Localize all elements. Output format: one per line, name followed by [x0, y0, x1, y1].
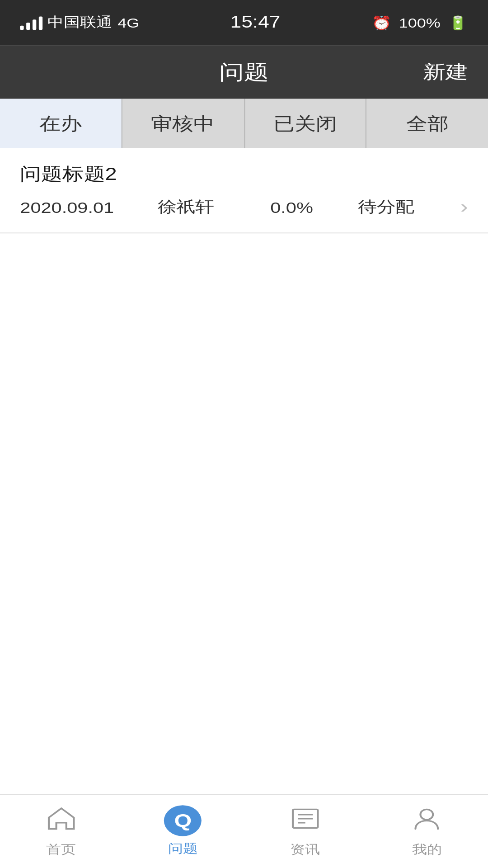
alarm-icon: ⏰ [371, 15, 391, 30]
page-title: 问题 [219, 58, 269, 86]
bottom-nav-mine-label: 我的 [412, 841, 442, 859]
battery-icon: 🔋 [448, 15, 468, 30]
svg-point-4 [421, 809, 433, 820]
status-bar-time: 15:47 [230, 14, 281, 32]
issue-status: 待分配 [358, 198, 460, 217]
battery-label: 100% [399, 15, 441, 30]
issue-assignee: 徐祇轩 [158, 198, 270, 217]
issue-meta: 2020.09.01 徐祇轩 0.0% 待分配 › [20, 197, 468, 218]
tab-reviewing[interactable]: 审核中 [122, 99, 245, 148]
status-bar-right: ⏰ 100% 🔋 [371, 15, 468, 30]
status-bar-left: 中国联通 4G [20, 14, 139, 32]
home-icon [43, 804, 79, 837]
issue-title: 问题标题2 [20, 162, 468, 186]
bottom-nav-mine[interactable]: 我的 [366, 795, 488, 868]
tab-bar: 在办 审核中 已关闭 全部 [0, 99, 488, 148]
signal-icon [20, 15, 42, 30]
tab-in-progress[interactable]: 在办 [0, 99, 122, 148]
tab-closed[interactable]: 已关闭 [244, 99, 367, 148]
chevron-right-icon: › [460, 197, 468, 218]
status-bar: 中国联通 4G 15:47 ⏰ 100% 🔋 [0, 0, 488, 45]
bottom-nav-news-label: 资讯 [290, 841, 320, 859]
bottom-nav-home-label: 首页 [46, 841, 76, 859]
bottom-nav-issues-label: 问题 [168, 840, 198, 858]
bottom-nav-issues[interactable]: Q 问题 [122, 795, 244, 868]
issue-progress: 0.0% [270, 198, 358, 216]
content-area: 问题标题2 2020.09.01 徐祇轩 0.0% 待分配 › [0, 148, 488, 794]
nav-header: 问题 新建 [0, 45, 488, 99]
news-icon [287, 804, 323, 837]
tab-all[interactable]: 全部 [367, 99, 488, 148]
bottom-nav-home[interactable]: 首页 [0, 795, 122, 868]
bottom-nav-news[interactable]: 资讯 [244, 795, 366, 868]
network-label: 4G [117, 15, 139, 30]
issue-item[interactable]: 问题标题2 2020.09.01 徐祇轩 0.0% 待分配 › [0, 148, 488, 234]
issue-date: 2020.09.01 [20, 198, 158, 216]
person-icon [409, 804, 445, 837]
new-button[interactable]: 新建 [423, 60, 468, 85]
bottom-nav: 首页 Q 问题 资讯 我的 [0, 794, 488, 868]
issues-icon: Q [164, 805, 202, 836]
carrier-label: 中国联通 [47, 14, 113, 32]
